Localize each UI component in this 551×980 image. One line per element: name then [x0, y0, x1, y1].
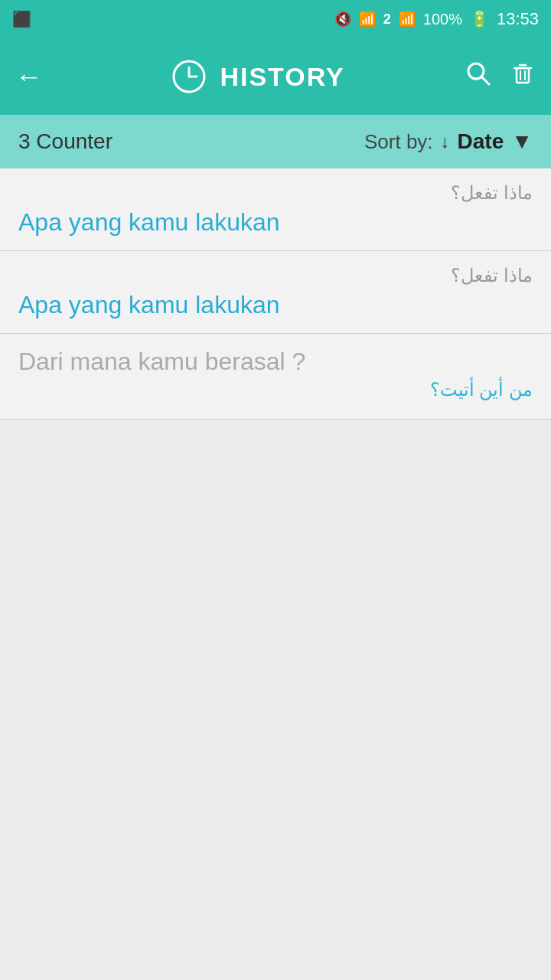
toolbar-title-area: HISTORY — [66, 58, 450, 95]
sub-toolbar: 3 Counter Sort by: ↓ Date ▼ — [0, 115, 551, 168]
delete-button[interactable] — [510, 60, 536, 93]
sort-dropdown-icon[interactable]: ▼ — [511, 129, 533, 154]
back-button[interactable]: ← — [15, 60, 43, 93]
item-main-text: Dari mana kamu berasal ? — [18, 348, 533, 376]
status-bar: ⬛ 🔇 📶 2 📶 100% 🔋 13:53 — [0, 0, 551, 38]
list-item[interactable]: Dari mana kamu berasal ? من أين أتيت؟ — [0, 334, 551, 420]
svg-line-4 — [481, 77, 489, 84]
item-main-text: Apa yang kamu lakukan — [18, 291, 533, 319]
screen-icon: ⬛ — [12, 10, 31, 28]
search-button[interactable] — [465, 60, 491, 93]
toolbar: ← HISTORY — [0, 38, 551, 115]
svg-rect-5 — [517, 68, 529, 83]
sort-value: Date — [458, 129, 504, 154]
item-arabic-text: من أين أتيت؟ — [18, 379, 533, 400]
silent-icon: 🔇 — [334, 11, 351, 28]
battery-percent: 100% — [423, 11, 462, 28]
counter-label: 3 Counter — [18, 129, 364, 154]
signal-icon: 📶 — [399, 11, 416, 28]
status-bar-right: 🔇 📶 2 📶 100% 🔋 13:53 — [334, 9, 539, 29]
time: 13:53 — [497, 9, 539, 29]
clock-icon — [171, 58, 207, 95]
toolbar-title: HISTORY — [220, 62, 344, 92]
list-item[interactable]: ماذا تفعل؟ Apa yang kamu lakukan — [0, 251, 551, 334]
status-bar-left: ⬛ — [12, 10, 31, 28]
sort-arrow-icon: ↓ — [441, 131, 450, 152]
toolbar-actions — [465, 60, 536, 93]
list-container: ماذا تفعل؟ Apa yang kamu lakukan ماذا تف… — [0, 168, 551, 980]
sort-by-label: Sort by: — [364, 130, 433, 154]
wifi-icon: 📶 — [359, 11, 376, 28]
item-arabic-text: ماذا تفعل؟ — [18, 182, 533, 204]
list-item[interactable]: ماذا تفعل؟ Apa yang kamu lakukan — [0, 168, 551, 251]
item-arabic-text: ماذا تفعل؟ — [18, 265, 533, 286]
battery-icon: 🔋 — [470, 10, 489, 28]
sort-area[interactable]: Sort by: ↓ Date ▼ — [364, 129, 533, 154]
item-main-text: Apa yang kamu lakukan — [18, 208, 533, 237]
dual-sim-icon: 2 — [383, 11, 391, 28]
